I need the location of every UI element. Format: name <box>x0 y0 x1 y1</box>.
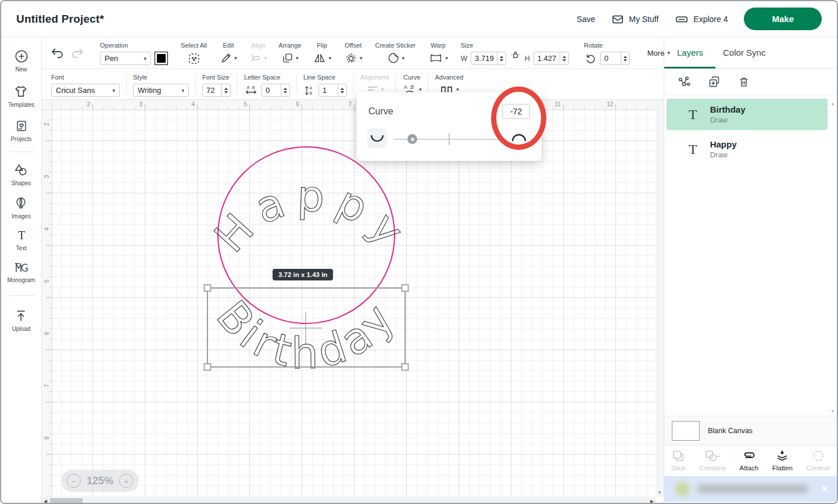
group-button[interactable] <box>677 75 691 89</box>
left-sidebar: New Templates Projects Shapes Images T T… <box>1 37 42 503</box>
arrange-icon <box>281 52 294 64</box>
happy-text-object[interactable]: Happy <box>205 171 420 262</box>
height-stepper-arrows[interactable] <box>560 52 568 64</box>
combine-button[interactable]: Combine <box>699 449 726 471</box>
width-stepper-arrows[interactable] <box>497 52 506 64</box>
toolbar-divider <box>237 75 238 93</box>
sidebar-item-templates[interactable]: Templates <box>8 84 35 108</box>
sidebar-item-upload[interactable]: Upload <box>12 308 31 332</box>
header-actions: Save My Stuff Explore 4 Make <box>576 8 822 30</box>
operation-select[interactable]: Pen ▾ <box>100 52 151 65</box>
line-space-stepper[interactable]: 1 <box>318 84 347 97</box>
sidebar-item-images[interactable]: Images <box>12 196 31 219</box>
slice-button[interactable]: Slice <box>671 449 686 471</box>
pen-color-swatch[interactable] <box>155 52 168 65</box>
layers-scroll-down-icon[interactable]: ▼ <box>830 409 835 414</box>
delete-button[interactable] <box>737 75 750 89</box>
horizontal-scrollbar[interactable]: ◀ ▶ <box>42 497 656 504</box>
letter-space-stepper[interactable]: 0 <box>262 84 290 97</box>
width-stepper[interactable]: 3.719 <box>471 52 506 65</box>
tab-layers[interactable]: Layers <box>677 48 703 57</box>
rotate-icon[interactable] <box>584 52 597 65</box>
stepper-down-icon[interactable] <box>563 59 566 62</box>
scroll-down-icon[interactable]: ▼ <box>657 490 662 495</box>
horizontal-scrollbar-thumb[interactable] <box>50 498 83 504</box>
duplicate-button[interactable] <box>707 75 721 89</box>
lock-icon[interactable] <box>510 49 521 60</box>
redo-button[interactable] <box>70 46 85 59</box>
arrange-group: Arrange ▾ <box>278 37 301 69</box>
zoom-out-button[interactable]: − <box>67 474 81 488</box>
line-space-stepper-arrows[interactable] <box>338 84 346 96</box>
zoom-in-button[interactable]: + <box>119 474 133 488</box>
machine-select-button[interactable]: Explore 4 <box>675 13 728 26</box>
stepper-down-icon[interactable] <box>224 91 228 93</box>
style-select[interactable]: Writing ▾ <box>133 84 189 97</box>
undo-button[interactable] <box>50 46 65 59</box>
stepper-up-icon[interactable] <box>341 88 344 90</box>
font-select[interactable]: Cricut Sans ▾ <box>51 84 120 97</box>
sidebar-item-new[interactable]: New <box>14 49 29 73</box>
layer-item-happy[interactable]: T Happy Draw <box>667 134 828 165</box>
offset-button[interactable]: ▾ <box>344 52 363 64</box>
rotate-stepper[interactable]: 0 <box>600 52 630 65</box>
layers-scroll-up-icon[interactable]: ▲ <box>830 101 835 106</box>
rotate-stepper-arrows[interactable] <box>621 52 629 64</box>
arrange-button[interactable]: ▾ <box>281 52 299 64</box>
flatten-button[interactable]: Flatten <box>772 449 793 471</box>
stepper-up-icon[interactable] <box>224 88 228 90</box>
make-button[interactable]: Make <box>744 8 822 30</box>
letter-space-stepper-arrows[interactable] <box>281 84 289 96</box>
ruler-number: 6 <box>44 332 50 346</box>
font-size-stepper[interactable]: 72 <box>202 84 231 97</box>
ruler-number: 7 <box>44 384 50 398</box>
scroll-left-icon[interactable]: ◀ <box>44 499 47 504</box>
height-stepper[interactable]: 1.427 <box>533 52 569 65</box>
blank-canvas-row[interactable]: Blank Canvas <box>664 416 837 445</box>
contour-button[interactable]: Contour <box>806 449 830 471</box>
toolbar-divider <box>296 75 297 93</box>
my-stuff-button[interactable]: My Stuff <box>611 13 658 26</box>
stepper-down-icon[interactable] <box>284 91 287 93</box>
flip-button[interactable]: ▾ <box>313 52 331 64</box>
curve-slider-handle[interactable] <box>407 134 417 144</box>
stepper-down-icon[interactable] <box>624 59 627 62</box>
attach-button[interactable]: Attach <box>740 449 759 471</box>
ruler-horizontal: 23456789101112 <box>52 100 656 110</box>
sidebar-item-projects[interactable]: Projects <box>10 118 31 142</box>
ruler-number: 3 <box>128 101 142 107</box>
sidebar-item-shapes[interactable]: Shapes <box>12 163 31 186</box>
font-size-stepper-arrows[interactable] <box>221 84 230 96</box>
select-all-button[interactable] <box>187 52 201 66</box>
stepper-down-icon[interactable] <box>500 59 503 62</box>
canvas-color-swatch[interactable] <box>672 421 700 441</box>
scroll-right-icon[interactable]: ▶ <box>650 499 654 504</box>
ruler-number: 11 <box>547 101 561 107</box>
stepper-up-icon[interactable] <box>563 56 566 58</box>
birthday-text-object[interactable]: Birthday <box>207 291 406 378</box>
svg-text:B: B <box>252 85 255 90</box>
frown-curve-icon[interactable] <box>510 131 528 143</box>
layer-actions-bar: Slice Combine Attach Flatten Contour <box>664 445 837 475</box>
layer-item-birthday[interactable]: T Birthday Draw <box>667 99 828 130</box>
create-sticker-button[interactable]: ▾ <box>386 52 405 64</box>
curve-down-button[interactable] <box>367 128 387 148</box>
save-button[interactable]: Save <box>576 15 595 24</box>
vertical-scrollbar[interactable]: ▼ <box>656 100 664 497</box>
stepper-up-icon[interactable] <box>284 88 287 90</box>
sidebar-divider <box>8 152 35 152</box>
curve-value-input[interactable]: -72 <box>502 104 530 119</box>
warp-button[interactable]: ▾ <box>428 52 448 64</box>
sidebar-item-text[interactable]: T Text <box>15 229 28 251</box>
sidebar-item-monogram[interactable]: Monogram <box>8 261 35 283</box>
stepper-up-icon[interactable] <box>624 56 627 58</box>
stepper-down-icon[interactable] <box>341 91 344 93</box>
stepper-up-icon[interactable] <box>500 56 503 58</box>
align-button[interactable]: ▾ <box>250 52 267 64</box>
design-canvas[interactable]: 23456789101112 2345678 Happy Birthday 3.… <box>42 100 664 504</box>
edit-button[interactable]: ▾ <box>220 52 237 64</box>
close-icon[interactable]: ✕ <box>821 484 829 495</box>
more-button[interactable]: More ▾ <box>647 49 670 57</box>
selection-handle <box>205 364 211 370</box>
tab-color-sync[interactable]: Color Sync <box>723 48 765 57</box>
